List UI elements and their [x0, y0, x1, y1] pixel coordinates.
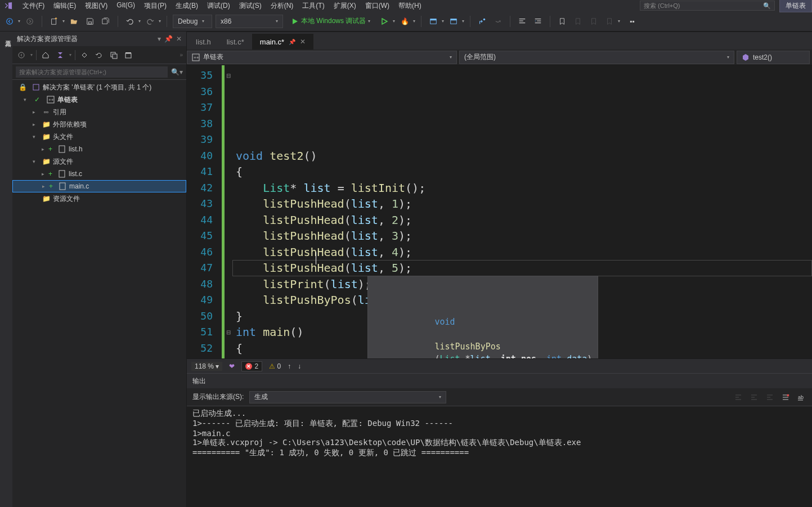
refresh-icon[interactable]	[93, 50, 105, 61]
menu-item[interactable]: 生成(B)	[171, 0, 203, 12]
code-line[interactable]: List* list = listInit();	[236, 180, 812, 196]
prev-message-icon[interactable]	[749, 392, 759, 402]
menu-item[interactable]: 编辑(E)	[49, 0, 80, 12]
clear-bookmarks-icon[interactable]	[603, 15, 616, 28]
back-icon[interactable]	[16, 50, 27, 61]
expand-icon[interactable]: ▸	[33, 122, 39, 127]
code-line[interactable]: listPushHead(list, 3);	[236, 228, 812, 244]
code-editor[interactable]: 353637383940414243444546474849505152 ⊟⊟ …	[187, 65, 812, 358]
output-source-dropdown[interactable]: 生成 ▾	[249, 391, 446, 403]
menu-item[interactable]: 项目(P)	[140, 0, 171, 12]
editor-tab[interactable]: main.c*📌✕	[252, 34, 313, 50]
nav-forward-button[interactable]	[24, 15, 36, 28]
menu-item[interactable]: 测试(S)	[235, 0, 266, 12]
code-line[interactable]: listPushHead(list, 4);	[236, 244, 812, 261]
menu-item[interactable]: 视图(V)	[80, 0, 112, 12]
expand-icon[interactable]: ▸	[42, 183, 49, 189]
references-node[interactable]: ▸ ▫▫ 引用	[12, 106, 186, 118]
menu-item[interactable]: 文件(F)	[18, 0, 49, 12]
caret-icon[interactable]: ▾	[159, 19, 161, 24]
solution-search-input[interactable]	[16, 66, 168, 78]
word-wrap-icon[interactable]: ab	[796, 392, 806, 402]
live-share-icon[interactable]	[447, 15, 460, 28]
sync-icon[interactable]	[79, 50, 90, 61]
menu-item[interactable]: Git(G)	[112, 0, 140, 12]
editor-tab[interactable]: list.c*	[219, 34, 252, 50]
code-line[interactable]: listPushHead(list, 5);	[236, 260, 812, 276]
collapse-icon[interactable]: ▾	[33, 159, 39, 164]
code-content[interactable]: void listPushByPos (List *list, int pos,…	[232, 65, 812, 358]
bookmark-icon[interactable]	[556, 15, 568, 28]
solution-node[interactable]: 🔒 解决方案 '单链表' (1 个项目, 共 1 个)	[12, 81, 186, 93]
menu-item[interactable]: 工具(T)	[298, 0, 329, 12]
close-icon[interactable]: ✕	[300, 38, 306, 46]
warning-count[interactable]: ⚠ 0	[269, 362, 281, 370]
code-line[interactable]: listPushHead(list, 1);	[236, 196, 812, 212]
project-node[interactable]: ▾ ✓ ++ 单链表	[12, 93, 186, 106]
expand-icon[interactable]: ▸	[42, 171, 48, 177]
nav-down-icon[interactable]: ↓	[298, 362, 301, 370]
menu-item[interactable]: 窗口(W)	[361, 0, 394, 12]
save-all-button[interactable]	[100, 15, 112, 28]
sources-folder-node[interactable]: ▾ 📁 源文件	[12, 155, 186, 168]
header-file-node[interactable]: ▸ + list.h	[12, 143, 186, 155]
collapse-icon[interactable]: ▾	[33, 134, 39, 140]
clear-output-icon[interactable]	[780, 392, 791, 402]
menu-item[interactable]: 调试(D)	[203, 0, 235, 12]
nav-back-button[interactable]	[3, 15, 16, 28]
step-over-icon[interactable]: ⤻	[492, 15, 504, 28]
build-config-dropdown[interactable]: Debug▾	[173, 15, 212, 28]
dropdown-icon[interactable]: ▾	[158, 35, 161, 43]
show-all-icon[interactable]	[123, 50, 134, 61]
nav-project-dropdown[interactable]: ++ 单链表 ▾	[187, 51, 457, 64]
platform-dropdown[interactable]: x86▾	[216, 15, 283, 28]
open-file-button[interactable]	[68, 15, 80, 28]
source-file-node[interactable]: ▸ + list.c	[12, 168, 186, 180]
new-item-button[interactable]	[48, 15, 60, 28]
menu-item[interactable]: 扩展(X)	[329, 0, 361, 12]
global-search-input[interactable]: 搜索 (Ctrl+Q) 🔍	[640, 1, 775, 11]
caret-icon[interactable]: ▾	[138, 19, 141, 24]
home-icon[interactable]	[40, 50, 51, 61]
error-count-badge[interactable]: ✕ 2	[241, 361, 262, 371]
resources-folder-node[interactable]: ▸ 📁 资源文件	[12, 192, 186, 205]
code-line[interactable]: {	[236, 164, 812, 180]
source-file-node-active[interactable]: ▸ + main.c	[12, 180, 186, 192]
start-debugging-button[interactable]: 本地 Windows 调试器 ▾	[286, 15, 375, 28]
fold-icon[interactable]: ⊟	[225, 68, 232, 84]
health-icon[interactable]: ❤	[229, 362, 235, 370]
expand-icon[interactable]: ▸	[42, 146, 48, 152]
prev-bookmark-icon[interactable]	[572, 15, 584, 28]
redo-button[interactable]	[144, 15, 156, 28]
expand-icon[interactable]: ▸	[33, 109, 39, 115]
caret-icon[interactable]: ▾	[462, 19, 464, 24]
code-line[interactable]: void test2()	[236, 148, 812, 164]
zoom-dropdown[interactable]: 118 % ▾	[191, 362, 222, 371]
pin-icon[interactable]: 📌	[289, 39, 295, 45]
next-message-icon[interactable]	[765, 392, 775, 402]
editor-tab[interactable]: list.h	[188, 34, 219, 50]
close-icon[interactable]: ✕	[176, 35, 182, 43]
save-button[interactable]	[84, 15, 96, 28]
caret-icon[interactable]: ▾	[442, 19, 444, 24]
switch-views-icon[interactable]	[55, 50, 66, 61]
toolbar-overflow-icon[interactable]: ▪▪	[626, 15, 638, 28]
nav-scope-dropdown[interactable]: (全局范围) ▾	[459, 51, 734, 64]
find-message-icon[interactable]	[733, 392, 743, 402]
caret-icon[interactable]: ▾	[393, 19, 395, 24]
menu-item[interactable]: 分析(N)	[266, 0, 298, 12]
caret-icon[interactable]: ▾	[62, 19, 65, 24]
undo-button[interactable]	[124, 15, 136, 28]
next-bookmark-icon[interactable]	[587, 15, 600, 28]
expand-icon[interactable]: ▾	[24, 97, 30, 102]
nav-up-icon[interactable]: ↑	[288, 362, 291, 370]
hot-reload-button[interactable]: 🔥	[398, 15, 411, 28]
start-without-debug-button[interactable]	[378, 15, 391, 28]
toolbox-tab[interactable]: 工具箱	[0, 32, 12, 507]
output-text[interactable]: 已启动生成... 1>------ 已启动生成: 项目: 单链表, 配置: De…	[187, 406, 812, 507]
pin-icon[interactable]: 📌	[164, 35, 173, 43]
external-deps-node[interactable]: ▸ 📁 外部依赖项	[12, 118, 186, 131]
code-line[interactable]: listPushHead(list, 2);	[236, 212, 812, 228]
search-icon[interactable]: 🔍▾	[168, 68, 183, 76]
app-window-icon[interactable]	[427, 15, 439, 28]
